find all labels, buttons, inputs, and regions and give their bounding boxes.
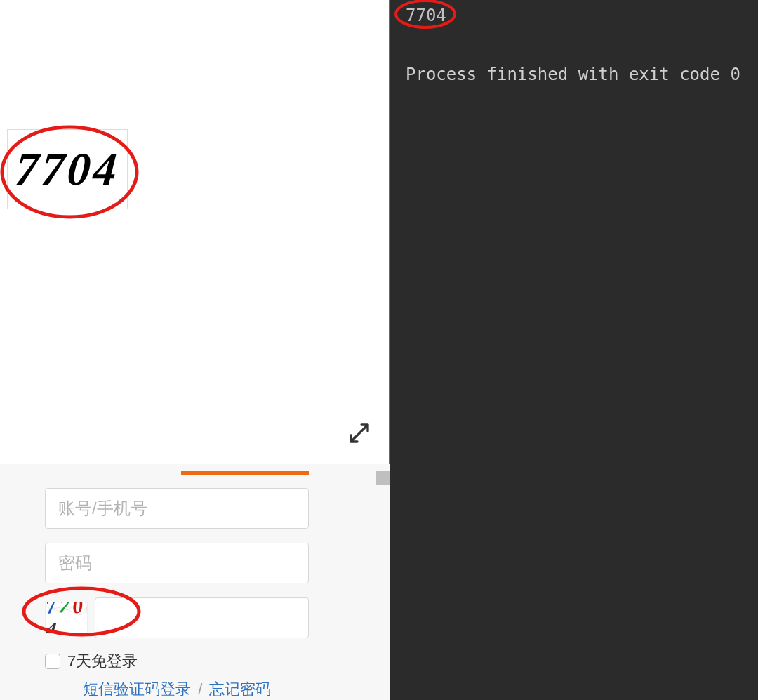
captcha-digit-3: 0 (72, 602, 87, 619)
captcha-digits: 7704 (46, 602, 87, 634)
captcha-row: 7704 (45, 597, 309, 638)
preview-captcha-text: 7704 (13, 143, 121, 196)
password-input[interactable] (45, 543, 309, 583)
preview-captcha-image: 7704 (7, 129, 128, 209)
expand-icon[interactable] (347, 421, 372, 446)
captcha-image[interactable]: 7704 (45, 602, 88, 634)
scrollbar-thumb[interactable] (376, 471, 390, 485)
image-preview-pane: 7704 (0, 0, 390, 464)
login-form-pane: 7704 7天免登录 短信验证码登录 / 忘记密码 (0, 464, 390, 700)
remember-label: 7天免登录 (67, 651, 138, 672)
captcha-input[interactable] (95, 597, 309, 638)
username-input[interactable] (45, 488, 309, 529)
remember-checkbox[interactable] (45, 654, 60, 669)
active-tab-underline (181, 471, 309, 475)
sms-login-link[interactable]: 短信验证码登录 (83, 680, 191, 698)
terminal-process-line: Process finished with exit code 0 (406, 65, 740, 84)
link-separator: / (198, 680, 202, 698)
captcha-digit-2: 7 (58, 602, 73, 619)
terminal-output-value: 7704 (406, 6, 446, 25)
captcha-digit-4: 4 (45, 617, 60, 634)
left-column: 7704 (0, 0, 390, 700)
login-form: 7704 7天免登录 短信验证码登录 / 忘记密码 (45, 488, 309, 700)
forgot-password-link[interactable]: 忘记密码 (209, 680, 271, 698)
terminal-pane: 7704 Process finished with exit code 0 (390, 0, 758, 700)
